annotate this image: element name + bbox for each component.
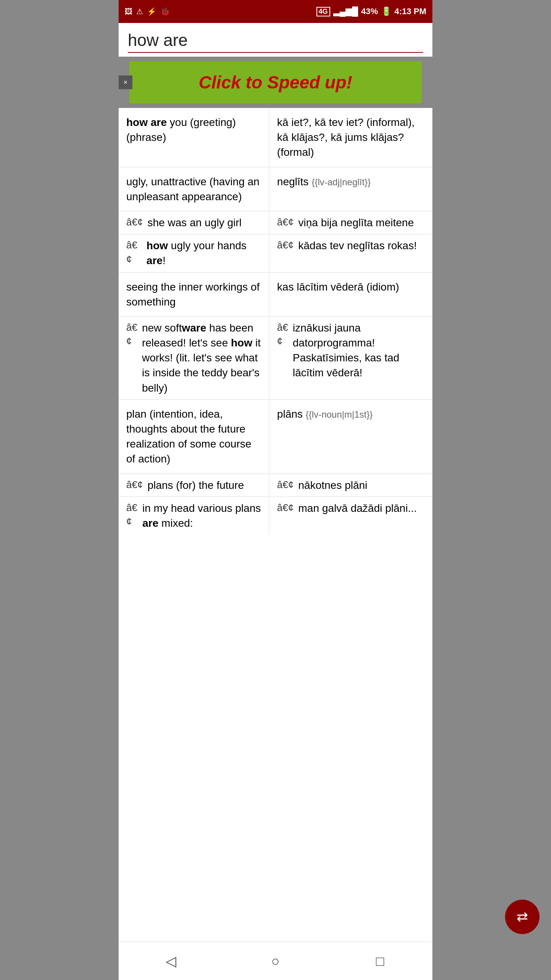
status-bar: 🖼 ⚠ ⚡ 🐞 4G ▂▄▆█ 43% 🔋 4:13 PM — [119, 0, 432, 23]
entry-en-ugly: ugly, unattractive (having an unpleasant… — [119, 167, 269, 211]
entry-lv-seeing: kas lācītim vēderā (idiom) — [269, 272, 432, 316]
table-row: â€¢ how ugly your hands are! â€¢ kādas t… — [119, 234, 432, 272]
example-en-plan-1: â€¢ plans (for) the future — [119, 474, 269, 497]
ad-banner: × Click to Speed up! — [119, 57, 432, 108]
close-ad-button[interactable]: × — [119, 75, 132, 89]
ad-inner[interactable]: × Click to Speed up! — [129, 61, 422, 103]
network-badge: 4G — [316, 7, 330, 16]
example-lv-ugly-2: â€¢ kādas tev neglītas rokas! — [269, 234, 432, 272]
status-right: 4G ▂▄▆█ 43% 🔋 4:13 PM — [316, 7, 426, 16]
bullet-icon: â€¢ — [277, 501, 296, 514]
recents-button[interactable]: □ — [368, 950, 391, 973]
table-row: â€¢ in my head various plans are mixed: … — [119, 497, 432, 534]
example-en-plan-2: â€¢ in my head various plans are mixed: — [119, 497, 269, 534]
time-display: 4:13 PM — [395, 7, 426, 16]
example-lv-plan-1: â€¢ nākotnes plāni — [269, 474, 432, 497]
table-row: â€¢ plans (for) the future â€¢ nākotnes … — [119, 474, 432, 497]
dictionary-content: how are you (greeting) (phrase) kā iet?,… — [119, 108, 432, 942]
table-row: plan (intention, idea, thoughts about th… — [119, 399, 432, 474]
table-row: how are you (greeting) (phrase) kā iet?,… — [119, 108, 432, 167]
entry-en-plan: plan (intention, idea, thoughts about th… — [119, 399, 269, 474]
table-row: â€¢ she was an ugly girl â€¢ viņa bija n… — [119, 211, 432, 234]
example-en-ugly-2: â€¢ how ugly your hands are! — [119, 234, 269, 272]
bullet-icon: â€¢ — [126, 501, 140, 529]
example-lv-seeing-1: â€¢ iznākusi jauna datorprogramma! Paska… — [269, 316, 432, 399]
dictionary-table: how are you (greeting) (phrase) kā iet?,… — [119, 108, 432, 534]
bullet-icon: â€¢ — [277, 478, 296, 492]
entry-lv-ugly: neglīts {{lv-adj|neglīt}} — [269, 167, 432, 211]
entry-en-seeing: seeing the inner workings of something — [119, 272, 269, 316]
battery-icon: 🔋 — [381, 7, 391, 16]
image-icon: 🖼 — [125, 7, 132, 16]
search-container — [119, 23, 432, 57]
table-row: ugly, unattractive (having an unpleasant… — [119, 167, 432, 211]
status-left-icons: 🖼 ⚠ ⚡ 🐞 — [125, 7, 170, 16]
table-row: seeing the inner workings of something k… — [119, 272, 432, 316]
search-input[interactable] — [128, 31, 423, 50]
bullet-icon: â€¢ — [277, 215, 296, 229]
entry-en-how-are: how are you (greeting) (phrase) — [119, 108, 269, 167]
ad-text[interactable]: Click to Speed up! — [199, 72, 352, 92]
example-en-seeing-1: â€¢ new software has been released! let'… — [119, 316, 269, 399]
entry-lv-plan: plāns {{lv-noun|m|1st}} — [269, 399, 432, 474]
example-en-ugly-1: â€¢ she was an ugly girl — [119, 211, 269, 234]
home-button[interactable]: ○ — [264, 950, 287, 973]
warning-icon: ⚠ — [136, 7, 143, 16]
entry-lv-how-are: kā iet?, kā tev iet? (informal), kā klāj… — [269, 108, 432, 167]
bullet-icon: â€¢ — [126, 215, 145, 229]
bottom-nav: ◁ ○ □ — [119, 942, 432, 980]
search-input-row[interactable] — [128, 31, 423, 53]
bullet-icon: â€¢ — [277, 320, 290, 348]
bullet-icon: â€¢ — [126, 478, 145, 492]
example-lv-ugly-1: â€¢ viņa bija neglīta meitene — [269, 211, 432, 234]
bullet-icon: â€¢ — [126, 238, 144, 266]
table-row: â€¢ new software has been released! let'… — [119, 316, 432, 399]
back-button[interactable]: ◁ — [160, 950, 183, 973]
usb-icon: ⚡ — [147, 7, 156, 16]
bullet-icon: â€¢ — [277, 238, 296, 252]
example-lv-plan-2: â€¢ man galvā dažādi plāni... — [269, 497, 432, 534]
bullet-icon: â€¢ — [126, 320, 140, 348]
battery-percent: 43% — [361, 7, 378, 16]
debug-icon: 🐞 — [160, 7, 170, 16]
signal-icon: ▂▄▆█ — [333, 7, 358, 16]
